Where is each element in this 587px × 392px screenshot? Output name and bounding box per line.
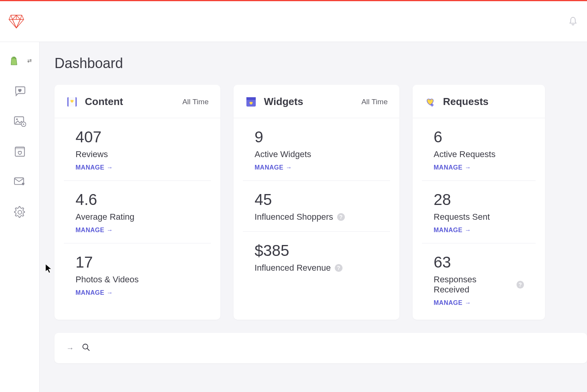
manage-rating-link[interactable]: MANAGE→ <box>76 227 113 234</box>
arrow-right-icon: → <box>107 164 113 171</box>
topbar <box>0 1 587 42</box>
card-title: Widgets <box>264 96 303 108</box>
manage-reviews-link[interactable]: MANAGE→ <box>76 164 113 171</box>
page-title: Dashboard <box>54 55 587 72</box>
metric-value: 4.6 <box>76 191 199 208</box>
manage-responses-link[interactable]: MANAGE→ <box>434 299 471 306</box>
main-content: Dashboard Content A <box>40 42 587 392</box>
metric-label: Responses Received <box>434 275 513 295</box>
arrow-right-icon: → <box>66 344 74 353</box>
metric-active-widgets: 9 Active Widgets MANAGE→ <box>243 118 390 181</box>
manage-media-link[interactable]: MANAGE→ <box>76 289 113 296</box>
metric-label: Influenced Revenue <box>255 263 331 273</box>
metric-active-requests: 6 Active Requests MANAGE→ <box>422 118 536 181</box>
dashboard-cards-row: Content All Time 407 Reviews MANAGE→ 4.6… <box>54 85 587 320</box>
card-header-requests: Requests <box>413 85 545 118</box>
metric-label: Active Requests <box>434 149 496 159</box>
manage-widgets-link[interactable]: MANAGE→ <box>255 164 292 171</box>
metric-label: Influenced Shoppers <box>255 212 333 222</box>
metric-reviews: 407 Reviews MANAGE→ <box>64 118 211 181</box>
arrow-right-icon: → <box>465 164 471 171</box>
arrow-right-icon: → <box>107 289 113 296</box>
metric-requests-sent: 28 Requests Sent MANAGE→ <box>422 181 536 243</box>
metric-value: 9 <box>255 128 378 145</box>
card-header-content: Content All Time <box>54 85 220 118</box>
metric-photos-videos: 17 Photos & Videos MANAGE→ <box>64 243 211 310</box>
card-title: Requests <box>443 96 489 108</box>
card-content: Content All Time 407 Reviews MANAGE→ 4.6… <box>54 85 220 320</box>
sidebar-item-settings[interactable] <box>14 206 26 219</box>
metric-value: 6 <box>434 128 524 145</box>
metric-label: Requests Sent <box>434 212 490 222</box>
card-header-widgets: Widgets All Time <box>234 85 399 118</box>
sidebar-item-store[interactable]: ⇄ <box>8 54 32 67</box>
manage-requests-sent-link[interactable]: MANAGE→ <box>434 227 471 234</box>
sidebar: ⇄ <box>0 42 40 392</box>
metric-value: 407 <box>76 128 199 145</box>
sidebar-item-widgets[interactable] <box>14 145 26 158</box>
card-title: Content <box>85 96 123 108</box>
svg-point-1 <box>16 119 18 120</box>
metric-value: 45 <box>255 191 378 208</box>
svg-rect-10 <box>246 97 256 100</box>
secondary-section: → <box>54 333 587 363</box>
arrow-right-icon: → <box>107 227 113 234</box>
magnifier-icon <box>82 343 90 353</box>
metric-influenced-revenue: $385 Influenced Revenue ? <box>243 232 390 286</box>
metric-value: 63 <box>434 254 524 271</box>
sidebar-item-requests[interactable] <box>14 176 26 188</box>
metric-value: 28 <box>434 191 524 208</box>
svg-point-6 <box>18 210 22 214</box>
manage-active-requests-link[interactable]: MANAGE→ <box>434 164 471 171</box>
sidebar-item-reviews[interactable] <box>14 85 26 97</box>
metric-influenced-shoppers: 45 Influenced Shoppers ? <box>243 181 390 232</box>
metric-responses-received: 63 Responses Received ? MANAGE→ <box>422 243 536 320</box>
help-icon[interactable]: ? <box>335 264 343 272</box>
card-requests: Requests 6 Active Requests MANAGE→ 28 Re… <box>413 85 545 320</box>
requests-icon <box>424 96 436 108</box>
svg-rect-4 <box>15 147 25 149</box>
arrow-right-icon: → <box>465 299 471 306</box>
help-icon[interactable]: ? <box>337 213 345 221</box>
switch-icon[interactable]: ⇄ <box>27 58 32 64</box>
card-range[interactable]: All Time <box>361 98 388 106</box>
card-range[interactable]: All Time <box>182 98 209 106</box>
widgets-icon <box>245 96 257 108</box>
content-icon <box>66 96 78 108</box>
help-icon[interactable]: ? <box>517 281 524 289</box>
arrow-right-icon: → <box>286 164 292 171</box>
metric-value: 17 <box>76 254 199 271</box>
metric-label: Reviews <box>76 149 108 159</box>
metric-average-rating: 4.6 Average Rating MANAGE→ <box>64 181 211 243</box>
metric-label: Photos & Videos <box>76 275 139 285</box>
card-widgets: Widgets All Time 9 Active Widgets MANAGE… <box>234 85 399 320</box>
shopify-icon <box>8 54 20 67</box>
arrow-right-icon: → <box>465 227 471 234</box>
notifications-bell-icon[interactable] <box>567 15 579 28</box>
metric-value: $385 <box>255 242 378 259</box>
sidebar-item-media[interactable] <box>14 115 26 128</box>
metric-label: Active Widgets <box>255 149 311 159</box>
logo-icon[interactable] <box>8 14 25 29</box>
metric-label: Average Rating <box>76 212 134 222</box>
